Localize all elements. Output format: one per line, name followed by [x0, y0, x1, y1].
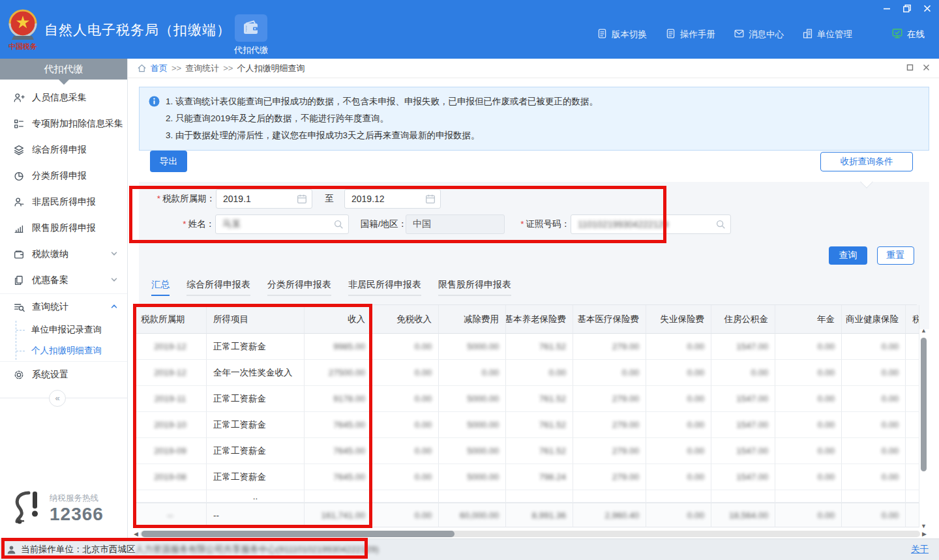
sidebar-item-非居民所得申报[interactable]: 非居民所得申报 — [0, 189, 127, 215]
cell-period: 2019-09 — [134, 438, 207, 464]
tab-分类所得申报表[interactable]: 分类所得申报表 — [267, 279, 331, 296]
sidebar-item-限售股所得申报[interactable]: 限售股所得申报 — [0, 215, 127, 241]
scroll-up-icon[interactable]: ▲ — [919, 327, 928, 334]
online-monitor-icon — [891, 27, 903, 41]
collapse-query-button[interactable]: 收折查询条件 — [820, 152, 913, 171]
module-tab-withholding[interactable]: 代扣代缴 — [222, 14, 280, 56]
sidebar-item-税款缴纳[interactable]: 税款缴纳 — [0, 241, 127, 267]
cell-住房公积金: 1547.00 — [711, 464, 775, 490]
pane-close-icon[interactable] — [923, 63, 930, 73]
document-icon — [665, 28, 676, 41]
cell-period: 2019-11 — [134, 386, 207, 412]
cell-住房公积金: 1547.00 — [711, 334, 775, 360]
topbar-link-消息中心[interactable]: 消息中心 — [734, 28, 784, 41]
cell-income-item: 正常工资薪金 — [207, 386, 305, 412]
home-icon — [137, 63, 147, 73]
cell-tax-partial — [906, 490, 919, 503]
scroll-down-icon[interactable]: ▼ — [919, 523, 928, 529]
calendar-icon[interactable] — [296, 193, 308, 205]
search-icon[interactable] — [333, 218, 344, 230]
copy-icon — [13, 274, 25, 286]
sidebar-item-查询统计[interactable]: 查询统计 — [0, 293, 127, 319]
period-from-input[interactable]: 2019.1 — [216, 189, 312, 209]
cell-减除费用: 5000.00 — [439, 464, 506, 490]
vertical-scrollbar[interactable]: ▲ ▼ — [919, 327, 928, 529]
cell-income-item: -- — [207, 503, 305, 527]
sidebar-header: 代扣代缴 — [0, 59, 127, 80]
calendar-icon[interactable] — [425, 193, 436, 205]
cell-减除费用: 5000.00 — [439, 412, 506, 438]
mail-icon — [734, 28, 745, 41]
column-header-基本医疗保险费: 基本医疗保险费 — [573, 305, 646, 334]
topbar-link-在线[interactable]: 在线 — [891, 27, 925, 41]
cell-基本医疗保险费: 279.00 — [573, 438, 646, 464]
nationality-input[interactable]: 中国 — [406, 214, 505, 234]
cell-收入: 9178.00 — [305, 386, 372, 412]
reset-button[interactable]: 重置 — [877, 246, 914, 265]
table-row: .. — [134, 490, 916, 503]
user-icon — [7, 545, 16, 555]
cell-住房公积金 — [711, 490, 775, 503]
sidebar-item-优惠备案[interactable]: 优惠备案 — [0, 267, 127, 293]
column-header-所得项目: 所得项目 — [207, 305, 305, 334]
about-link[interactable]: 关于 — [911, 544, 929, 555]
topbar-link-label: 单位管理 — [817, 29, 852, 40]
cell-年金: 0.00 — [775, 438, 842, 464]
horizontal-scrollbar[interactable]: ◀ ▶ — [134, 530, 927, 538]
scroll-right-icon[interactable]: ▶ — [922, 530, 927, 538]
scroll-left-icon[interactable]: ◀ — [134, 530, 138, 538]
cell-住房公积金: 1547.00 — [711, 438, 775, 464]
cell-减除费用 — [439, 490, 506, 503]
window-minimize-icon[interactable] — [882, 3, 892, 14]
cell-基本医疗保险费: 279.00 — [573, 386, 646, 412]
cell-基本养老保险费: 8,991.36 — [506, 503, 573, 527]
column-header-减除费用: 减除费用 — [439, 305, 506, 334]
chevron-down-icon — [110, 249, 118, 259]
tab-限售股所得申报表[interactable]: 限售股所得申报表 — [438, 279, 511, 296]
pane-maximize-icon[interactable] — [906, 63, 914, 73]
window-restore-icon[interactable] — [902, 3, 912, 14]
column-header-免税收入: 免税收入 — [372, 305, 439, 334]
cell-收入: 27500.00 — [305, 360, 372, 386]
id-number-input[interactable]: 110102199304222129 — [571, 214, 731, 234]
tab-非居民所得申报表[interactable]: 非居民所得申报表 — [348, 279, 421, 296]
topbar: 中国税务 自然人电子税务局（扣缴端） 代扣代缴 版本切 — [0, 0, 939, 59]
horizontal-scroll-thumb[interactable] — [142, 531, 455, 537]
cell-基本医疗保险费: 2,960.40 — [573, 503, 646, 527]
period-to-input[interactable]: 2019.12 — [344, 189, 441, 209]
export-button[interactable]: 导出 — [150, 151, 187, 172]
sidebar-subitem-个人扣缴明细查询[interactable]: 个人扣缴明细查询 — [0, 340, 127, 361]
module-tab-label: 代扣代缴 — [222, 44, 280, 56]
column-header-商业健康保险: 商业健康保险 — [842, 305, 906, 334]
sidebar-item-综合所得申报[interactable]: 综合所得申报 — [0, 137, 127, 163]
cell-tax-partial — [906, 503, 919, 527]
topbar-link-单位管理[interactable]: 单位管理 — [802, 28, 852, 41]
name-input[interactable]: 马某 — [215, 214, 349, 234]
topbar-link-版本切换[interactable]: 版本切换 — [597, 28, 647, 41]
cell-基本养老保险费: 761.52 — [506, 438, 573, 464]
tab-综合所得申报表[interactable]: 综合所得申报表 — [186, 279, 250, 296]
cell-免税收入: 0.00 — [372, 438, 439, 464]
cell-年金 — [775, 490, 842, 503]
topbar-link-操作手册[interactable]: 操作手册 — [665, 28, 715, 41]
sidebar-subitem-单位申报记录查询[interactable]: 单位申报记录查询 — [0, 319, 127, 340]
cell-商业健康保险: 0.00 — [842, 464, 906, 490]
vertical-scroll-thumb[interactable] — [921, 338, 927, 471]
sidebar-item-分类所得申报[interactable]: 分类所得申报 — [0, 163, 127, 189]
wallet-module-icon — [235, 14, 267, 42]
breadcrumb-home[interactable]: 首页 — [151, 63, 168, 74]
sidebar-collapse-button[interactable]: « — [49, 390, 66, 407]
cell-年金: 0.00 — [775, 464, 842, 490]
pie-chart-icon — [13, 170, 25, 182]
sidebar-item-专项附加扣除信息采集[interactable]: 专项附加扣除信息采集 — [0, 111, 127, 137]
window-close-icon[interactable] — [922, 3, 932, 14]
search-icon[interactable] — [715, 218, 726, 230]
tab-汇总[interactable]: 汇总 — [151, 279, 170, 296]
cell-tax-partial — [906, 412, 919, 438]
cell-年金: 0.00 — [775, 334, 842, 360]
search-button[interactable]: 查询 — [829, 246, 867, 265]
sidebar-item-人员信息采集[interactable]: 人员信息采集 — [0, 85, 127, 111]
topbar-link-label: 操作手册 — [680, 29, 715, 40]
sidebar-item-系统设置[interactable]: 系统设置 — [0, 362, 127, 388]
gear-icon — [13, 369, 25, 381]
